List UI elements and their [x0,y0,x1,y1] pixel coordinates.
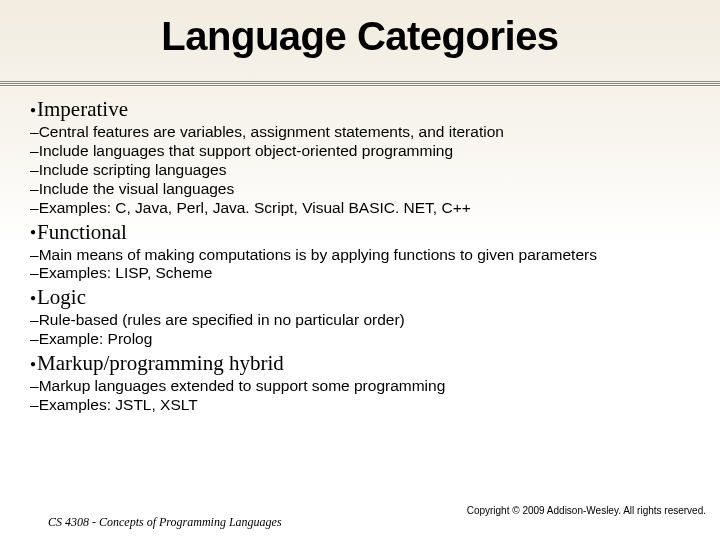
sub-text: Central features are variables, assignme… [39,123,504,140]
footer-copyright: Copyright © 2009 Addison-Wesley. All rig… [467,505,706,516]
sub-text: Examples: JSTL, XSLT [39,396,198,413]
category-label: Functional [37,220,127,244]
sub-text: Example: Prolog [39,330,153,347]
sub-item: –Markup languages extended to support so… [30,377,700,396]
title-divider [0,81,720,87]
dash-icon: – [30,377,39,394]
dash-icon: – [30,161,39,178]
slide: Language Categories ●Imperative –Central… [0,0,720,540]
sub-item: –Include languages that support object-o… [30,142,700,161]
category-heading: ●Markup/programming hybrid [30,351,700,376]
sub-item: –Include the visual languages [30,180,700,199]
sub-item: –Examples: C, Java, Perl, Java. Script, … [30,199,700,218]
sub-text: Rule-based (rules are specified in no pa… [39,311,405,328]
slide-title: Language Categories [0,0,720,69]
sub-item: –Central features are variables, assignm… [30,123,700,142]
category-heading: ●Logic [30,285,700,310]
category-label: Markup/programming hybrid [37,351,284,375]
sub-item: –Examples: JSTL, XSLT [30,396,700,415]
dash-icon: – [30,180,39,197]
bullet-icon: ● [30,358,36,369]
bullet-icon: ● [30,104,36,115]
dash-icon: – [30,142,39,159]
dash-icon: – [30,330,39,347]
sub-item: –Include scripting languages [30,161,700,180]
dash-icon: – [30,396,39,413]
footer-course: CS 4308 - Concepts of Programming Langua… [48,515,282,530]
sub-text: Include the visual languages [39,180,235,197]
dash-icon: – [30,199,39,216]
bullet-icon: ● [30,292,36,303]
category-heading: ●Imperative [30,97,700,122]
dash-icon: – [30,246,39,263]
sub-item: –Examples: LISP, Scheme [30,264,700,283]
dash-icon: – [30,264,39,281]
content-area: ●Imperative –Central features are variab… [0,97,720,415]
sub-text: Examples: LISP, Scheme [39,264,213,281]
sub-text: Include languages that support object-or… [39,142,453,159]
sub-text: Markup languages extended to support som… [39,377,446,394]
category-heading: ●Functional [30,220,700,245]
category-label: Logic [37,285,86,309]
sub-text: Include scripting languages [39,161,227,178]
dash-icon: – [30,311,39,328]
category-label: Imperative [37,97,128,121]
sub-text: Examples: C, Java, Perl, Java. Script, V… [39,199,471,216]
sub-item: –Rule-based (rules are specified in no p… [30,311,700,330]
dash-icon: – [30,123,39,140]
sub-item: –Example: Prolog [30,330,700,349]
bullet-icon: ● [30,226,36,237]
sub-text: Main means of making computations is by … [39,246,597,263]
sub-item: –Main means of making computations is by… [30,246,700,265]
